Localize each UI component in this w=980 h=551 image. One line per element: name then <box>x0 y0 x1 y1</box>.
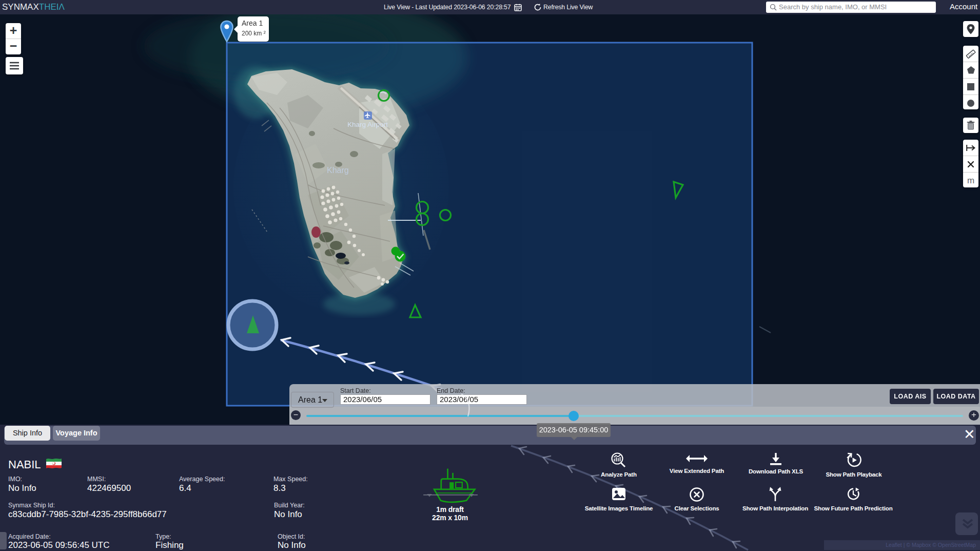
svg-text:Kharg: Kharg <box>327 166 349 175</box>
svg-text:Kharg Airport: Kharg Airport <box>347 121 388 128</box>
